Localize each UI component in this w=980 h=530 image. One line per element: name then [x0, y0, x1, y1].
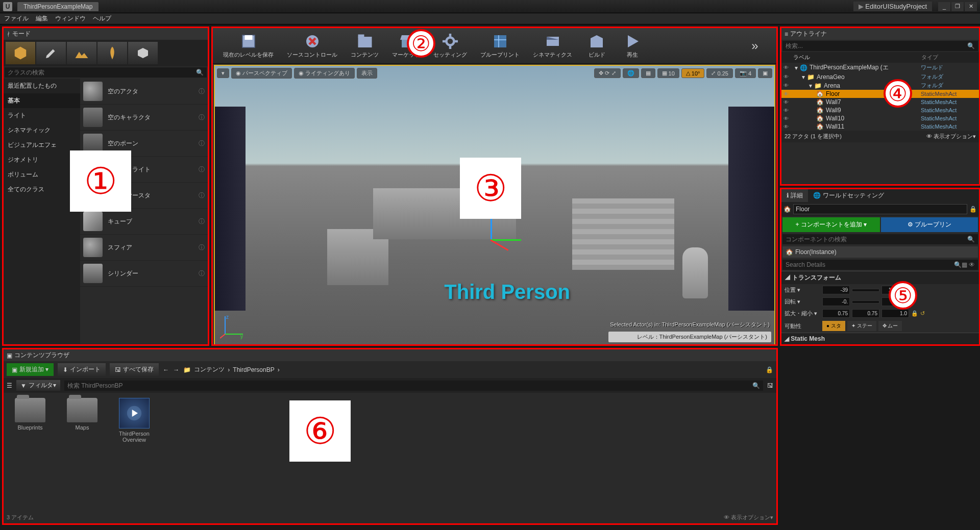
content-view-options[interactable]: 👁 表示オプション▾ — [724, 514, 773, 521]
toolbar-blueprint-button[interactable]: ブループリント — [475, 31, 525, 61]
mobility-static-button[interactable]: ● スタ — [822, 321, 845, 331]
path-root[interactable]: コンテンツ — [194, 365, 225, 374]
info-icon[interactable]: ⓘ — [199, 165, 205, 174]
lit-mode-button[interactable]: ◉ ライティングあり — [294, 68, 355, 79]
import-button[interactable]: ⬇ インポート — [58, 363, 106, 376]
mode-geometry-button[interactable] — [128, 42, 158, 64]
minimize-button[interactable]: _ — [938, 2, 950, 11]
outliner-row-5[interactable]: 👁 🏠 Wall9 StaticMeshAct — [781, 106, 979, 114]
outliner-row-4[interactable]: 👁 🏠 Wall7 StaticMeshAct — [781, 98, 979, 106]
path-sub[interactable]: ThirdPersonBP — [233, 366, 274, 373]
close-button[interactable]: ✕ — [965, 2, 977, 11]
expand-icon[interactable]: ▾ — [809, 82, 812, 89]
visibility-icon[interactable]: 👁 — [783, 99, 791, 105]
perspective-button[interactable]: ◉ パースペクティブ — [231, 68, 292, 79]
actor-item-7[interactable]: シリンダー ⓘ — [80, 261, 208, 287]
tab-world-settings[interactable]: 🌐 ワールドセッティング — [808, 189, 889, 202]
map-tab[interactable]: ThirdPersonExampleMap — [17, 2, 99, 11]
project-name[interactable]: EditorUIStudyProject — [853, 2, 932, 11]
scale-x-input[interactable]: 0.75 — [822, 309, 850, 318]
filters-button[interactable]: ▼ フィルタ▾ — [16, 380, 60, 391]
content-browser-tab[interactable]: ▣ コンテンツブラウザ — [4, 349, 776, 361]
menu-edit[interactable]: 編集 — [36, 14, 48, 23]
actor-item-0[interactable]: 空のアクタ ⓘ — [80, 79, 208, 105]
asset-grid[interactable]: Blueprints Maps ThirdPerson Overview — [4, 393, 776, 448]
save-all-button[interactable]: 🖫 すべて保存 — [110, 363, 159, 376]
category-cinematic[interactable]: シネマティック — [4, 123, 80, 138]
info-icon[interactable]: ⓘ — [199, 217, 205, 226]
visibility-icon[interactable]: 👁 — [783, 65, 791, 70]
viewport-menu-button[interactable]: ▾ — [217, 68, 229, 78]
angle-snap-button[interactable]: △ 10° — [681, 68, 705, 78]
sources-toggle-button[interactable]: ☰ — [7, 382, 12, 389]
info-icon[interactable]: ⓘ — [199, 87, 205, 96]
actor-name-input[interactable] — [793, 204, 967, 214]
show-button[interactable]: 表示 — [357, 68, 377, 79]
section-transform[interactable]: ◢ トランスフォーム — [781, 271, 979, 284]
category-basic[interactable]: 基本 — [4, 93, 80, 108]
lock-icon[interactable]: 🔒 — [766, 366, 773, 373]
nav-fwd-button[interactable]: → — [173, 366, 179, 373]
add-component-button[interactable]: + コンポーネントを追加 ▾ — [782, 217, 880, 232]
outliner-search-input[interactable] — [786, 42, 967, 49]
content-item-1[interactable]: Maps — [61, 398, 104, 431]
coord-space-button[interactable]: 🌐 — [623, 68, 639, 78]
rot-x-input[interactable]: -0. — [822, 297, 850, 306]
category-lights[interactable]: ライト — [4, 108, 80, 123]
maximize-button[interactable]: ❐ — [951, 2, 964, 11]
outliner-row-1[interactable]: 👁 ▾ 📁 ArenaGeo フォルダ — [781, 72, 979, 81]
component-search-input[interactable] — [786, 236, 967, 243]
outliner-row-3[interactable]: 👁 🏠 Floor StaticMeshAct — [781, 90, 979, 98]
visibility-icon[interactable]: 👁 — [783, 124, 791, 130]
visibility-icon[interactable]: 👁 — [783, 116, 791, 121]
visibility-icon[interactable]: 👁 — [783, 74, 791, 80]
outliner-row-7[interactable]: 👁 🏠 Wall11 StaticMeshAct — [781, 122, 979, 131]
content-item-0[interactable]: Blueprints — [9, 398, 52, 431]
toolbar-source-button[interactable]: ソースコントロール — [282, 31, 342, 61]
toolbar-overflow-button[interactable]: » — [739, 37, 771, 55]
mode-foliage-button[interactable] — [97, 42, 127, 64]
menu-file[interactable]: ファイル — [4, 14, 29, 23]
menu-help[interactable]: ヘルプ — [93, 14, 111, 23]
transform-gizmo-buttons[interactable]: ✥ ⟳ ⤢ — [594, 68, 620, 78]
grid-snap-button[interactable]: ▦ 10 — [657, 68, 679, 78]
reset-icon[interactable]: ↺ — [920, 310, 927, 317]
lock-scale-icon[interactable]: 🔒 — [911, 310, 918, 317]
nav-back-button[interactable]: ← — [163, 366, 169, 373]
toolbar-cine-button[interactable]: シネマティクス — [528, 31, 577, 61]
save-icon[interactable]: 🖫 — [767, 382, 773, 389]
visibility-icon[interactable]: 👁 — [783, 91, 791, 97]
scale-snap-button[interactable]: ⤢ 0.25 — [706, 68, 732, 78]
content-item-2[interactable]: ThirdPerson Overview — [113, 398, 156, 443]
section-static-mesh[interactable]: ◢ Static Mesh — [781, 333, 979, 344]
mode-landscape-button[interactable] — [67, 42, 96, 64]
category-recent[interactable]: 最近配置したもの — [4, 79, 80, 93]
category-volumes[interactable]: ボリューム — [4, 167, 80, 182]
toolbar-play-button[interactable]: 再生 — [616, 31, 649, 61]
outliner-view-options[interactable]: 👁 表示オプション▾ — [926, 133, 976, 140]
edit-blueprint-button[interactable]: ⚙ ブループリン — [881, 217, 978, 232]
mode-paint-button[interactable] — [36, 42, 66, 64]
camera-speed-button[interactable]: 📷 4 — [735, 68, 756, 78]
content-search-input[interactable] — [67, 382, 752, 389]
category-all[interactable]: 全てのクラス — [4, 182, 80, 197]
folder-icon[interactable]: 📁 — [183, 366, 191, 373]
mode-place-button[interactable] — [6, 42, 35, 64]
visibility-icon[interactable]: 👁 — [783, 83, 791, 88]
lock-icon[interactable]: 🔒 — [969, 206, 977, 213]
menu-window[interactable]: ウィンドウ — [55, 14, 86, 23]
outliner-row-6[interactable]: 👁 🏠 Wall10 StaticMeshAct — [781, 114, 979, 122]
expand-icon[interactable]: ▾ — [802, 73, 805, 81]
rot-y-input[interactable] — [852, 300, 879, 304]
expand-icon[interactable]: ▾ — [795, 64, 798, 71]
mobility-stationary-button[interactable]: ✦ ステー — [847, 321, 876, 331]
info-icon[interactable]: ⓘ — [199, 269, 205, 278]
actor-item-1[interactable]: 空のキャラクタ ⓘ — [80, 105, 208, 131]
component-instance[interactable]: 🏠 Floor(Instance) — [782, 246, 978, 258]
add-new-button[interactable]: ▣ 新規追加 ▾ — [7, 363, 54, 376]
info-icon[interactable]: ⓘ — [199, 243, 205, 252]
info-icon[interactable]: ⓘ — [199, 113, 205, 122]
visibility-icon[interactable]: 👁 — [783, 108, 791, 113]
toolbar-save-button[interactable]: 現在のレベルを保存 — [218, 31, 279, 61]
details-search[interactable]: 🔍 ▦ 👁 — [782, 260, 978, 270]
